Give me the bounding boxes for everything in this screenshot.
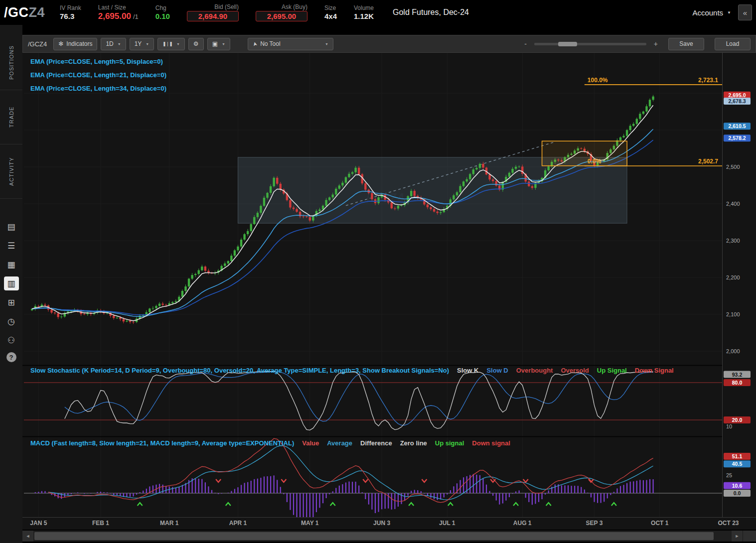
volume-label: Volume — [354, 4, 374, 12]
size-value: 4x4 — [324, 12, 337, 20]
fib-low-price-label: 2,502.7 — [698, 158, 718, 165]
svg-text:2,678.3: 2,678.3 — [728, 98, 746, 104]
fib-box-drawing — [542, 141, 627, 166]
chart-type-select[interactable]: ❚❘❚ ▼ — [157, 38, 185, 50]
ask-button[interactable]: 2,695.00 — [256, 11, 307, 21]
clock-icon[interactable]: ◷ — [4, 314, 19, 328]
range-select[interactable]: 1Y ▼ — [130, 38, 154, 50]
chevron-down-icon: ▼ — [325, 42, 328, 46]
time-axis-label: JAN 5 — [30, 520, 47, 527]
iv-rank-column: IV Rank 76.3 — [60, 4, 81, 20]
chart-area[interactable]: /GCZ4100.0%2,723.10.0%2,502.72,5002,4002… — [22, 53, 756, 517]
scrollbar-corner — [743, 531, 756, 542]
size-column: Size 4x4 — [324, 4, 337, 20]
left-sidebar: POSITIONSTRADEACTIVITY ▤☰▦▥⊞◷⚇? — [0, 25, 22, 543]
zoom-slider-thumb[interactable] — [558, 42, 577, 46]
svg-text:93.2: 93.2 — [732, 372, 743, 378]
indicators-label: Indicators — [66, 40, 92, 47]
chevron-down-icon: ▼ — [146, 42, 149, 46]
volume-value: 1.12K — [354, 12, 374, 20]
candlestick-icon: ❚❘❚ — [162, 41, 172, 46]
calendar-icon[interactable]: ▦ — [4, 258, 19, 272]
range-value: 1Y — [135, 40, 142, 47]
timeframe-select[interactable]: 1D ▼ — [101, 38, 126, 50]
drawing-tool-select[interactable]: ➤ No Tool ▼ — [248, 38, 333, 50]
axis-badge: 10.6 — [724, 482, 751, 489]
axis-badge: 2,610.5 — [724, 123, 751, 130]
drawing-tool-value: No Tool — [260, 40, 280, 47]
time-axis-label: OCT 23 — [718, 520, 739, 527]
accounts-menu[interactable]: Accounts ▼ — [692, 8, 731, 17]
y-axis-tick: 2,000 — [726, 348, 740, 354]
sidebar-icons: ▤☰▦▥⊞◷⚇? — [0, 220, 22, 362]
scroll-left-icon[interactable]: ◄ — [22, 531, 33, 542]
svg-text:20.0: 20.0 — [732, 417, 743, 423]
selection-region-drawing — [238, 157, 627, 223]
y-axis-tick: 2,500 — [726, 164, 740, 170]
news-icon[interactable]: ▤ — [4, 220, 19, 234]
svg-text:0.0: 0.0 — [734, 490, 741, 496]
bid-button[interactable]: 2,694.90 — [187, 11, 239, 21]
indicators-button[interactable]: ✻ Indicators — [53, 38, 97, 50]
chart-icon[interactable]: ▥ — [4, 276, 19, 290]
collapse-panel-button[interactable]: « — [738, 4, 752, 20]
sidebar-tab-positions[interactable]: POSITIONS — [0, 36, 22, 90]
sidebar-tabs: POSITIONSTRADEACTIVITY — [0, 25, 22, 199]
bid-column: Bid (Sell) 2,694.90 — [187, 3, 239, 21]
scrollbar-track[interactable] — [33, 531, 732, 542]
horizontal-scrollbar[interactable]: ◄ ► — [22, 531, 756, 542]
svg-text:2,695.0: 2,695.0 — [728, 92, 746, 98]
scroll-right-icon[interactable]: ► — [732, 531, 743, 542]
toolbar-symbol: /GCZ4 — [28, 40, 47, 48]
svg-text:10.6: 10.6 — [732, 483, 743, 489]
zoom-out-button[interactable]: - — [524, 40, 527, 48]
axis-badge: 93.2 — [724, 371, 751, 378]
y-axis-tick: 2,200 — [726, 274, 740, 280]
chevron-down-icon: ▼ — [222, 42, 225, 46]
sidebar-tab-activity[interactable]: ACTIVITY — [0, 144, 22, 199]
volume-column: Volume 1.12K — [354, 4, 374, 20]
price-chart-canvas[interactable]: /GCZ4100.0%2,723.10.0%2,502.72,5002,4002… — [22, 53, 756, 517]
collapse-icon: « — [743, 8, 747, 17]
y-axis-tick: 2,300 — [726, 238, 740, 244]
iv-rank-label: IV Rank — [60, 4, 81, 12]
scrollbar-thumb[interactable] — [34, 532, 714, 540]
quote-header: /GCZ4 IV Rank 76.3 Last / Size 2,695.00/… — [0, 0, 756, 25]
axis-badge: 51.1 — [724, 453, 751, 460]
zoom-in-button[interactable]: + — [654, 40, 658, 48]
change-label: Chg — [155, 4, 170, 12]
timeframe-value: 1D — [106, 40, 113, 47]
watchlist-icon[interactable]: ☰ — [4, 239, 19, 253]
sidebar-tab-trade[interactable]: TRADE — [0, 90, 22, 144]
time-axis-label: FEB 1 — [92, 520, 109, 527]
macd-axis-tick: 25 — [726, 472, 732, 478]
time-axis-label: MAY 1 — [301, 520, 318, 527]
save-button[interactable]: Save — [668, 38, 704, 50]
svg-text:51.1: 51.1 — [732, 453, 743, 459]
load-button[interactable]: Load — [715, 38, 751, 50]
gear-icon: ⚙ — [193, 40, 199, 47]
change-value: 0.10 — [155, 12, 170, 20]
svg-text:40.5: 40.5 — [732, 461, 743, 467]
last-price: 2,695.00 — [98, 11, 131, 21]
chevron-down-icon: ▼ — [118, 42, 121, 46]
last-size-label: Last / Size — [98, 4, 139, 11]
ask-label: Ask (Buy) — [256, 3, 307, 11]
help-icon[interactable]: ? — [6, 352, 16, 362]
axis-badge: 0.0 — [724, 490, 751, 497]
accounts-label: Accounts — [692, 8, 723, 17]
time-axis-label: APR 1 — [229, 520, 247, 527]
zoom-slider[interactable] — [534, 43, 646, 45]
chevron-down-icon: ▼ — [727, 10, 731, 15]
cursor-icon: ➤ — [251, 41, 259, 47]
grid-icon[interactable]: ⊞ — [4, 295, 19, 309]
chart-toolbar: /GCZ4 ✻ Indicators 1D ▼ 1Y ▼ ❚❘❚ ▼ ⚙ ▣ — [22, 35, 756, 53]
chart-style-select[interactable]: ▣ ▼ — [207, 38, 230, 50]
ask-column: Ask (Buy) 2,695.00 — [256, 3, 307, 21]
axis-badge: 2,578.2 — [724, 135, 751, 141]
y-axis-tick: 2,400 — [726, 201, 740, 207]
chart-gadget: /GCZ4 ✻ Indicators 1D ▼ 1Y ▼ ❚❘❚ ▼ ⚙ ▣ — [22, 25, 756, 543]
people-icon[interactable]: ⚇ — [4, 333, 19, 347]
time-axis-label: AUG 1 — [513, 520, 532, 527]
chart-settings-button[interactable]: ⚙ — [188, 38, 204, 50]
